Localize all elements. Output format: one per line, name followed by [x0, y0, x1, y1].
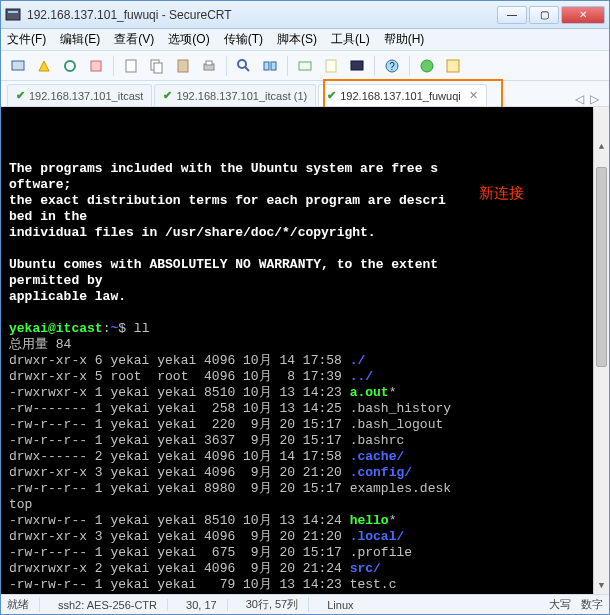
- svg-rect-7: [154, 63, 162, 73]
- svg-rect-4: [91, 61, 101, 71]
- scrollbar[interactable]: ▲ ▼: [593, 107, 609, 594]
- svg-point-3: [65, 61, 75, 71]
- svg-rect-10: [206, 61, 212, 65]
- menu-help[interactable]: 帮助(H): [384, 31, 425, 48]
- transfer-icon[interactable]: [416, 55, 438, 77]
- svg-text:?: ?: [389, 61, 395, 72]
- reconnect-icon[interactable]: [59, 55, 81, 77]
- status-size: 30行, 57列: [246, 597, 310, 612]
- check-icon: ✔: [327, 89, 336, 102]
- statusbar: 就绪 ssh2: AES-256-CTR 30, 17 30行, 57列 Lin…: [1, 594, 609, 614]
- svg-line-12: [245, 67, 249, 71]
- status-num: 数字: [581, 597, 603, 612]
- svg-rect-13: [264, 62, 269, 70]
- minimize-button[interactable]: —: [497, 6, 527, 24]
- status-state: 就绪: [7, 597, 40, 612]
- svg-rect-5: [126, 60, 136, 72]
- separator-icon: [113, 56, 114, 76]
- sessions-icon[interactable]: [259, 55, 281, 77]
- svg-rect-8: [178, 60, 188, 72]
- menu-options[interactable]: 选项(O): [168, 31, 209, 48]
- print-icon[interactable]: [198, 55, 220, 77]
- menu-view[interactable]: 查看(V): [114, 31, 154, 48]
- tab-label: 192.168.137.101_fuwuqi: [340, 90, 461, 102]
- terminal[interactable]: The programs included with the Ubuntu sy…: [1, 107, 609, 594]
- menubar: 文件(F) 编辑(E) 查看(V) 选项(O) 传输(T) 脚本(S) 工具(L…: [1, 29, 609, 51]
- tab-nav-left[interactable]: ◁: [575, 92, 584, 106]
- svg-rect-14: [271, 62, 276, 70]
- connect-icon[interactable]: [7, 55, 29, 77]
- disconnect-icon[interactable]: [85, 55, 107, 77]
- help-icon[interactable]: ?: [381, 55, 403, 77]
- tab-session-1[interactable]: ✔192.168.137.101_itcast: [7, 84, 152, 106]
- log-icon[interactable]: [320, 55, 342, 77]
- svg-rect-17: [351, 61, 363, 70]
- menu-file[interactable]: 文件(F): [7, 31, 46, 48]
- tab-session-2[interactable]: ✔192.168.137.101_itcast (1): [154, 84, 316, 106]
- tab-label: 192.168.137.101_itcast: [29, 90, 143, 102]
- find-icon[interactable]: [233, 55, 255, 77]
- svg-rect-15: [299, 62, 311, 70]
- scroll-thumb[interactable]: [596, 167, 607, 367]
- maximize-button[interactable]: ▢: [529, 6, 559, 24]
- tab-label: 192.168.137.101_itcast (1): [176, 90, 307, 102]
- menu-edit[interactable]: 编辑(E): [60, 31, 100, 48]
- quick-connect-icon[interactable]: [33, 55, 55, 77]
- status-os: Linux: [327, 599, 353, 611]
- separator-icon: [374, 56, 375, 76]
- svg-rect-16: [326, 60, 336, 72]
- svg-point-11: [238, 60, 246, 68]
- separator-icon: [287, 56, 288, 76]
- svg-point-20: [421, 60, 433, 72]
- app-window: 192.168.137.101_fuwuqi - SecureCRT — ▢ ✕…: [0, 0, 610, 615]
- separator-icon: [226, 56, 227, 76]
- copy-icon[interactable]: [146, 55, 168, 77]
- toolbar: ?: [1, 51, 609, 81]
- new-tab-icon[interactable]: [294, 55, 316, 77]
- status-cipher: ssh2: AES-256-CTR: [58, 599, 168, 611]
- menu-transfer[interactable]: 传输(T): [224, 31, 263, 48]
- svg-rect-0: [6, 9, 20, 20]
- scroll-down-icon[interactable]: ▼: [594, 578, 609, 594]
- properties-icon[interactable]: [120, 55, 142, 77]
- close-button[interactable]: ✕: [561, 6, 605, 24]
- svg-rect-1: [8, 11, 18, 13]
- svg-rect-21: [447, 60, 459, 72]
- svg-rect-2: [12, 61, 24, 70]
- scroll-up-icon[interactable]: ▲: [594, 139, 609, 155]
- menu-tools[interactable]: 工具(L): [331, 31, 370, 48]
- titlebar[interactable]: 192.168.137.101_fuwuqi - SecureCRT — ▢ ✕: [1, 1, 609, 29]
- close-icon[interactable]: ✕: [469, 89, 478, 102]
- screen-icon[interactable]: [346, 55, 368, 77]
- tabbar: ✔192.168.137.101_itcast ✔192.168.137.101…: [1, 81, 609, 107]
- window-title: 192.168.137.101_fuwuqi - SecureCRT: [27, 8, 497, 22]
- check-icon: ✔: [16, 89, 25, 102]
- menu-script[interactable]: 脚本(S): [277, 31, 317, 48]
- tab-nav-right[interactable]: ▷: [590, 92, 599, 106]
- paste-icon[interactable]: [172, 55, 194, 77]
- tab-session-3[interactable]: ✔192.168.137.101_fuwuqi✕: [318, 84, 487, 106]
- separator-icon: [409, 56, 410, 76]
- options-icon[interactable]: [442, 55, 464, 77]
- check-icon: ✔: [163, 89, 172, 102]
- app-icon: [5, 7, 21, 23]
- status-cursor-pos: 30, 17: [186, 599, 228, 611]
- status-caps: 大写: [549, 597, 571, 612]
